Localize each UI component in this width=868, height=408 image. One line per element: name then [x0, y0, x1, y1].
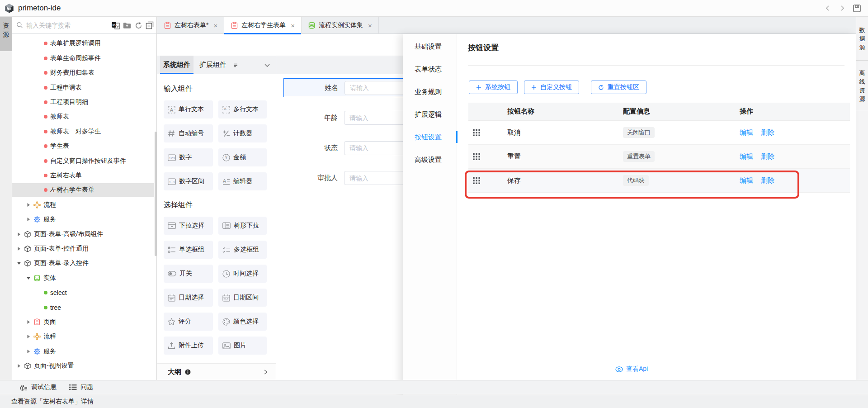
tree-item[interactable]: 左树右学生表单 [12, 183, 154, 197]
drawer-menu-1[interactable]: 表单状态 [403, 58, 457, 81]
debug-info-button[interactable]: 调试信息 [19, 383, 57, 391]
palette-item[interactable]: 颜色选择 [218, 313, 267, 331]
locate-icon[interactable]: in [112, 21, 120, 29]
refresh-icon[interactable] [134, 21, 142, 29]
palette-item[interactable]: 树形下拉 [218, 217, 267, 235]
tab-close-icon[interactable]: × [291, 22, 295, 29]
palette-item[interactable]: 评分 [164, 313, 213, 331]
row-action-edit[interactable]: 编辑 [740, 128, 753, 137]
tree-item[interactable]: 服务 [12, 213, 154, 226]
problems-button[interactable]: 问题 [69, 383, 93, 391]
nav-forward-button[interactable] [837, 3, 847, 13]
right-rail-tab-0[interactable]: 数据源 [856, 17, 868, 61]
tree-item[interactable]: 页面-表单-高级/布局组件 [12, 228, 154, 241]
drawer-menu-0[interactable]: 基础设置 [403, 35, 457, 58]
tree-item[interactable]: 实体 [12, 271, 154, 285]
editor-tab-2[interactable]: 流程实例实体集 × [302, 17, 379, 34]
tree-expand-arrow[interactable] [17, 232, 21, 237]
palette-item[interactable]: 123 数字 [164, 148, 213, 166]
drawer-toolbar-button-1[interactable]: 自定义按钮 [524, 81, 579, 94]
search-input[interactable] [26, 22, 90, 29]
save-button[interactable] [852, 3, 862, 13]
palette-item[interactable]: 多选框组 [218, 241, 267, 259]
tree-item[interactable]: 页面-表单-控件通用 [12, 242, 154, 256]
palette-tab-1[interactable]: 扩展组件 [196, 56, 230, 74]
tree-item[interactable]: tree [12, 301, 154, 314]
tree-item[interactable]: 页面 [12, 315, 154, 329]
tree-item[interactable]: 工程申请表 [12, 81, 154, 95]
tree-expand-arrow[interactable] [26, 203, 31, 207]
palette-item[interactable]: A 编辑器 [218, 172, 267, 190]
palette-item[interactable]: 附件上传 [164, 337, 213, 355]
tree-item[interactable]: 学生表 [12, 139, 154, 153]
collapse-all-icon[interactable] [146, 21, 154, 29]
row-action-delete[interactable]: 删除 [761, 176, 774, 185]
editor-tab-0[interactable]: 左树右表单* × [157, 17, 224, 34]
tree-collapse-arrow[interactable] [26, 276, 31, 280]
tree-expand-arrow[interactable] [17, 364, 21, 368]
tree-item[interactable]: 财务费用归集表 [12, 66, 154, 80]
row-action-delete[interactable]: 删除 [761, 128, 774, 137]
tab-close-icon[interactable]: × [368, 22, 372, 29]
drawer-toolbar-button-0[interactable]: 系统按钮 [469, 81, 518, 94]
tree-item[interactable]: select [12, 286, 154, 299]
row-action-delete[interactable]: 删除 [761, 152, 774, 161]
tree-item[interactable]: 服务 [12, 345, 154, 358]
palette-item[interactable]: 日期选择 [164, 289, 213, 307]
drag-handle-icon[interactable] [473, 177, 480, 184]
tree-item[interactable]: 表单扩展逻辑调用 [12, 37, 154, 50]
drag-handle-icon[interactable] [473, 153, 480, 160]
outline-toggle[interactable]: 大纲 [157, 363, 276, 380]
drag-handle-icon[interactable] [473, 129, 480, 136]
palette-item[interactable]: A 单行文本 [164, 100, 213, 119]
tree-scrollbar[interactable] [155, 132, 157, 256]
right-rail-tab-1[interactable]: 离线资源 [856, 61, 868, 111]
editor-tab-1[interactable]: 左树右学生表单 × [224, 17, 302, 34]
tree-item[interactable]: 页面-表单-录入控件 [12, 256, 154, 270]
tree-item[interactable]: 自定义窗口操作按钮及事件 [12, 154, 154, 168]
palette-item[interactable]: 日期区间 [218, 289, 267, 307]
tree-item[interactable]: 教师表 [12, 110, 154, 123]
palette-item[interactable]: 计数器 [218, 124, 267, 142]
tab-close-icon[interactable]: × [213, 22, 217, 29]
problems-label: 问题 [80, 383, 93, 391]
row-action-edit[interactable]: 编辑 [740, 176, 753, 185]
palette-item[interactable]: 自动编号 [164, 124, 213, 142]
palette-collapse-icon[interactable] [264, 56, 270, 74]
palette-item[interactable]: A 多行文本 [218, 100, 267, 119]
palette-item[interactable]: 单选框组 [164, 241, 213, 259]
tree-item[interactable]: 流程 [12, 330, 154, 343]
tree-expand-arrow[interactable] [17, 247, 21, 251]
palette-tab-0[interactable]: 系统组件 [160, 56, 193, 74]
tree-item[interactable]: 流程 [12, 198, 154, 212]
drawer-menu-5[interactable]: 高级设置 [403, 148, 457, 171]
tree-item[interactable]: 表单生命周起事件 [12, 52, 154, 65]
palette-item[interactable]: 图片 [218, 337, 267, 355]
tree-expand-arrow[interactable] [26, 334, 31, 339]
left-rail-tab-resources[interactable]: 资源 [0, 17, 12, 51]
palette-item[interactable]: 下拉选择 [164, 217, 213, 235]
palette-item[interactable]: ¥ 金额 [218, 148, 267, 166]
drawer-toolbar-button-2[interactable]: 重置按钮区 [591, 81, 646, 94]
palette-item[interactable]: 开关 [164, 265, 213, 283]
tree-item[interactable]: 工程项目明细 [12, 95, 154, 109]
view-api-link[interactable]: 查看Api [457, 365, 806, 373]
row-action-edit[interactable]: 编辑 [740, 152, 753, 161]
drawer-menu-2[interactable]: 业务规则 [403, 81, 457, 103]
palette-item[interactable]: 时间选择 [218, 265, 267, 283]
tree-expand-arrow[interactable] [26, 320, 31, 324]
new-folder-icon[interactable] [123, 21, 131, 29]
tree-item[interactable]: 左树右表单 [12, 169, 154, 182]
tree-item[interactable]: 页面-视图设置 [12, 359, 154, 373]
tree-expand-arrow[interactable] [26, 217, 31, 222]
palette-menu-icon[interactable] [233, 63, 238, 67]
nav-back-button[interactable] [823, 3, 833, 13]
drawer-menu-4[interactable]: 按钮设置 [403, 126, 457, 148]
config-tag: 代码块 [623, 175, 649, 186]
tree-expand-arrow[interactable] [26, 349, 31, 354]
tree-collapse-arrow[interactable] [17, 261, 21, 266]
tree-item[interactable]: 教师表一对多学生 [12, 125, 154, 138]
palette-item[interactable]: 1~3 数字区间 [164, 172, 213, 190]
page-icon [33, 318, 41, 326]
drawer-menu-3[interactable]: 扩展逻辑 [403, 103, 457, 126]
